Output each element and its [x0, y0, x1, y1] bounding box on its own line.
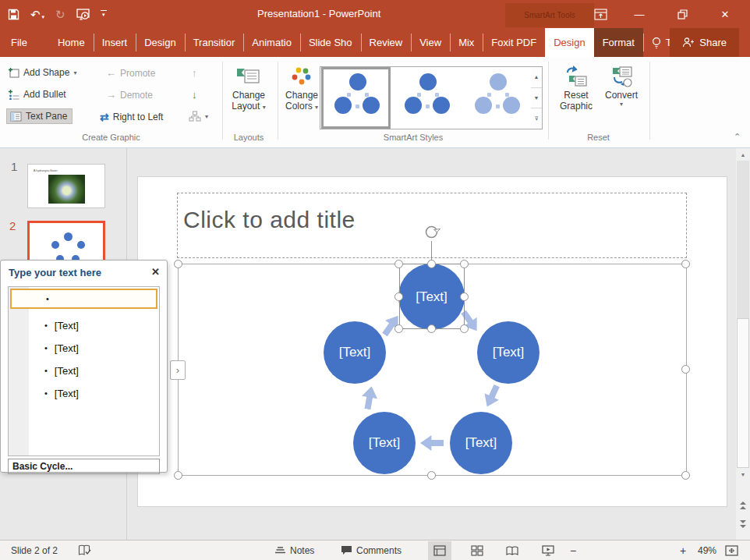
frame-handle-se[interactable]: [681, 471, 690, 480]
demote-button[interactable]: → Demote: [106, 89, 153, 101]
scrollbar-thumb[interactable]: [737, 318, 749, 468]
gallery-more-button[interactable]: ⊽: [531, 108, 542, 129]
window-title: Presentation1 - PowerPoint: [257, 8, 380, 19]
shape-handle-sw[interactable]: [394, 324, 403, 333]
undo-button[interactable]: ↶ ▾: [30, 9, 44, 20]
scroll-up-button[interactable]: ▲: [736, 148, 750, 161]
node-label: [Text]: [369, 435, 401, 451]
style-option-2[interactable]: [391, 67, 461, 129]
notes-button[interactable]: Notes: [274, 541, 314, 560]
slide1-thumbnail[interactable]: A hydrangea flower: [27, 164, 105, 208]
smartart-node-right[interactable]: [Text]: [477, 321, 540, 384]
text-pane-row[interactable]: • [Text]: [10, 315, 157, 335]
save-icon[interactable]: [8, 9, 19, 20]
smartart-node-bottom-right[interactable]: [Text]: [450, 412, 512, 474]
move-down-button[interactable]: ↓: [192, 89, 197, 101]
text-pane-close-icon[interactable]: ✕: [151, 266, 160, 278]
slide-indicator[interactable]: Slide 2 of 2: [11, 541, 58, 560]
shape-handle-w[interactable]: [394, 292, 403, 301]
change-layout-button[interactable]: Change Layout ▾: [226, 65, 271, 112]
ribbon-display-options-button[interactable]: [585, 0, 616, 28]
lightbulb-icon: [652, 37, 661, 49]
demote-icon: →: [106, 89, 116, 101]
change-colors-button[interactable]: Change Colors ▾: [279, 65, 324, 112]
share-button[interactable]: Share: [670, 28, 739, 57]
tab-slideshow[interactable]: Slide Sho: [300, 28, 361, 57]
change-colors-label-1: Change: [279, 90, 324, 101]
tab-transitions[interactable]: Transitior: [185, 28, 244, 57]
shape-handle-s[interactable]: [427, 324, 436, 333]
move-up-button[interactable]: ↑: [192, 67, 197, 79]
text-pane-layout-name[interactable]: Basic Cycle...: [8, 459, 160, 474]
tab-design[interactable]: Design: [136, 28, 184, 57]
gallery-scroll-up-button[interactable]: ▲: [531, 67, 542, 88]
collapse-ribbon-button[interactable]: ⌃: [734, 132, 741, 142]
shape-handle-ne[interactable]: [460, 260, 469, 268]
add-shape-button[interactable]: Add Shape ▾: [8, 67, 76, 78]
tab-home[interactable]: Home: [49, 28, 94, 57]
group-label-create-graphic: Create Graphic: [55, 133, 168, 142]
frame-handle-s[interactable]: [427, 471, 436, 480]
gallery-scroll-down-button[interactable]: ▼: [531, 88, 542, 109]
shape-handle-se[interactable]: [460, 324, 469, 333]
zoom-in-button[interactable]: +: [680, 541, 686, 560]
text-pane-row-active[interactable]: •: [10, 289, 157, 309]
text-pane-row[interactable]: • [Text]: [10, 338, 157, 358]
start-slideshow-icon[interactable]: [76, 9, 90, 20]
customize-qat-button[interactable]: ▾: [101, 10, 107, 18]
tab-view[interactable]: View: [411, 28, 450, 57]
next-slide-button[interactable]: [736, 518, 750, 530]
previous-slide-button[interactable]: [736, 499, 750, 512]
shape-handle-e[interactable]: [460, 292, 469, 301]
restore-button[interactable]: [667, 0, 698, 28]
scroll-down-button[interactable]: ▼: [736, 468, 750, 480]
smartart-node-left[interactable]: [Text]: [324, 321, 386, 384]
add-bullet-button[interactable]: Add Bullet: [8, 89, 66, 100]
tab-insert[interactable]: Insert: [94, 28, 136, 57]
text-pane-row[interactable]: • [Text]: [10, 360, 157, 381]
frame-handle-nw[interactable]: [174, 260, 182, 268]
tab-smartart-format[interactable]: Format: [594, 28, 643, 57]
notes-icon: [274, 546, 286, 555]
reading-view-button[interactable]: [501, 541, 524, 560]
convert-button[interactable]: Convert ▾: [599, 65, 644, 108]
rotate-handle[interactable]: [423, 223, 440, 241]
slide2-thumbnail[interactable]: [27, 221, 105, 265]
frame-handle-sw[interactable]: [174, 471, 182, 480]
reset-graphic-label-1: Reset: [554, 90, 599, 101]
text-pane-button[interactable]: Text Pane: [6, 108, 73, 124]
redo-icon[interactable]: ↻: [55, 9, 65, 20]
customize-qat-caret: ▾: [102, 12, 105, 18]
frame-handle-ne[interactable]: [681, 260, 690, 268]
fit-slide-to-window-button[interactable]: [725, 541, 738, 560]
zoom-level[interactable]: 49%: [698, 541, 716, 560]
tab-foxit-pdf[interactable]: Foxit PDF: [483, 28, 545, 57]
slideshow-view-button[interactable]: [536, 541, 560, 560]
tab-mix[interactable]: Mix: [450, 28, 483, 57]
zoom-out-button[interactable]: −: [570, 541, 576, 560]
style-option-1[interactable]: [321, 67, 391, 129]
tab-review[interactable]: Review: [361, 28, 412, 57]
normal-view-button[interactable]: [428, 541, 451, 560]
shape-handle-n[interactable]: [427, 260, 436, 268]
right-to-left-button[interactable]: ⇄ Right to Left: [100, 111, 163, 123]
text-pane-toggle-button[interactable]: ›: [170, 360, 186, 380]
text-pane-header[interactable]: Type your text here: [1, 261, 167, 284]
promote-button[interactable]: ← Promote: [106, 67, 155, 79]
smartart-node-bottom-left[interactable]: [Text]: [353, 412, 416, 474]
style-option-3[interactable]: [462, 67, 531, 129]
change-layout-label-1: Change: [226, 90, 271, 101]
org-chart-layout-button[interactable]: ▾: [189, 111, 208, 122]
close-button[interactable]: ✕: [709, 0, 741, 28]
reset-graphic-button[interactable]: Reset Graphic: [554, 65, 599, 112]
shape-handle-nw[interactable]: [394, 260, 403, 268]
frame-handle-e[interactable]: [681, 365, 690, 374]
spell-check-icon[interactable]: [78, 541, 91, 560]
tab-smartart-design[interactable]: Design: [545, 28, 593, 57]
text-pane-row[interactable]: • [Text]: [10, 383, 157, 403]
tab-file[interactable]: File: [0, 28, 41, 57]
comments-button[interactable]: Comments: [341, 541, 402, 560]
minimize-button[interactable]: —: [624, 0, 655, 28]
slide-sorter-view-button[interactable]: [465, 541, 489, 560]
tab-animations[interactable]: Animatio: [243, 28, 300, 57]
